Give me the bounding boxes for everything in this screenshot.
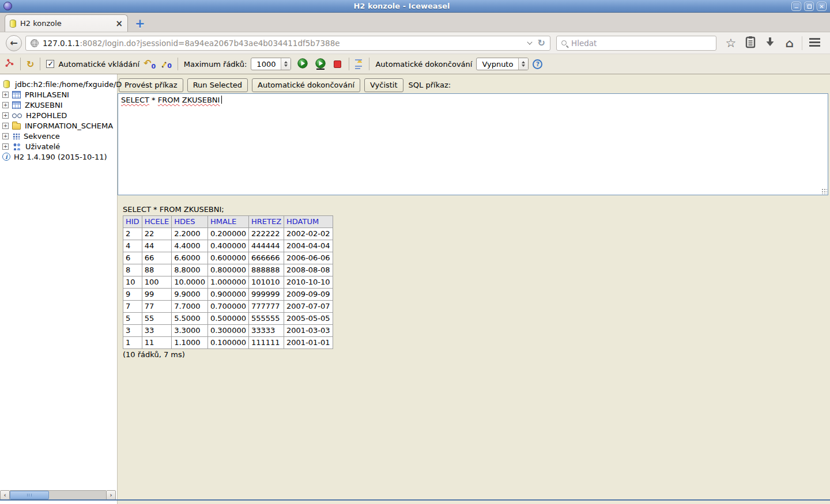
autocomplete-select[interactable]: Vypnuto (476, 58, 529, 70)
column-header-hcele[interactable]: HCELE (142, 216, 172, 228)
expand-icon[interactable]: + (2, 133, 9, 139)
tree-item-connection[interactable]: jdbc:h2:file:/home/fxguide/D (3, 79, 117, 89)
window-titlebar[interactable]: H2 konzole - Iceweasel ─ ✕ (0, 0, 830, 13)
sql-textarea[interactable]: SELECT * FROM ZKUSEBNI (118, 93, 828, 195)
tree-item-information-schema[interactable]: +INFORMATION_SCHEMA (2, 120, 117, 131)
table-row[interactable]: 5555.50000.5000005555552005-05-05 (123, 313, 333, 325)
run-command-button[interactable]: Provést příkaz (119, 78, 183, 92)
run-selected-button[interactable]: Run Selected (187, 78, 248, 92)
table-cell: 3.3000 (172, 325, 208, 337)
column-header-hdatum[interactable]: HDATUM (284, 216, 333, 228)
resize-grip-icon[interactable] (821, 188, 827, 194)
table-cell: 99 (142, 289, 172, 301)
spinner-arrows-icon[interactable] (281, 58, 290, 70)
table-cell: 999999 (248, 289, 284, 301)
close-window-button[interactable]: ✕ (817, 2, 827, 11)
downloads-icon[interactable] (760, 36, 780, 50)
scrollbar-thumb[interactable] (10, 491, 49, 499)
menu-icon[interactable] (805, 38, 824, 48)
refresh-icon[interactable]: ↻ (27, 59, 34, 70)
site-globe-icon[interactable] (31, 39, 39, 47)
scroll-left-icon[interactable] (0, 490, 10, 500)
spinner-arrows-icon[interactable] (518, 58, 528, 70)
expand-icon[interactable]: + (2, 112, 9, 119)
tree-item-h2pohled[interactable]: +H2POHLED (2, 110, 117, 120)
back-button[interactable] (6, 35, 22, 51)
table-cell: 0.900000 (207, 289, 248, 301)
result-status-text: (10 řádků, 7 ms) (123, 350, 830, 359)
table-cell: 666666 (248, 252, 284, 264)
table-cell: 7 (123, 301, 142, 313)
table-cell: 0.700000 (207, 301, 248, 313)
reload-icon[interactable] (538, 37, 545, 48)
table-cell: 6.6000 (172, 252, 208, 264)
scroll-right-icon[interactable] (106, 490, 116, 500)
table-row[interactable]: 6666.60000.6000006666662006-06-06 (123, 252, 333, 264)
search-icon[interactable] (561, 40, 567, 46)
url-dropdown-chevron-icon[interactable] (527, 39, 532, 44)
url-bar[interactable]: 127.0.1.1:8082/login.do?jsessionid=8a94e… (25, 36, 550, 51)
expand-icon[interactable]: + (2, 143, 9, 150)
table-cell: 66 (142, 252, 172, 264)
expand-icon[interactable]: + (2, 92, 9, 98)
column-header-hretez[interactable]: HRETEZ (248, 216, 284, 228)
commit-icon[interactable] (355, 59, 363, 69)
table-row[interactable]: 9999.90000.9000009999992009-09-09 (123, 289, 333, 301)
column-header-hmale[interactable]: HMALE (207, 216, 248, 228)
tree-item-zkusebni[interactable]: +ZKUSEBNI (2, 100, 117, 110)
table-cell: 0.500000 (207, 313, 248, 325)
h2-version-label: H2 1.4.190 (2015-10-11) (14, 153, 107, 161)
table-row[interactable]: 8888.80000.8000008888882008-08-08 (123, 264, 333, 276)
run-selected-icon[interactable] (315, 58, 326, 70)
url-text[interactable]: 127.0.1.1:8082/login.do?jsessionid=8a94e… (43, 39, 524, 48)
table-row[interactable]: 1010010.00001.0000001010102010-10-10 (123, 276, 333, 289)
home-icon[interactable] (780, 36, 799, 50)
tab-close-icon[interactable] (115, 18, 123, 29)
tree-item-prihlaseni[interactable]: +PRIHLASENI (2, 89, 117, 100)
table-row[interactable]: 4444.40000.4000004444442004-04-04 (123, 240, 333, 252)
maximize-button[interactable] (804, 2, 814, 11)
table-cell: 33333 (248, 325, 284, 337)
table-cell: 2008-08-08 (284, 264, 333, 276)
stop-icon[interactable] (334, 60, 341, 68)
autocomplete-button[interactable]: Automatické dokončování (252, 78, 360, 92)
edit-history-icon[interactable]: 0 (161, 59, 172, 70)
table-icon (12, 101, 21, 109)
table-cell: 0.200000 (207, 228, 248, 240)
results-panel: SELECT * FROM ZKUSEBNI; HIDHCELEHDESHMAL… (118, 195, 830, 359)
table-cell: 4 (123, 240, 142, 252)
run-icon[interactable] (297, 58, 308, 70)
table-row[interactable]: 7777.70000.7000007777772007-07-07 (123, 301, 333, 313)
column-header-hid[interactable]: HID (123, 216, 142, 228)
table-cell: 9 (123, 289, 142, 301)
table-cell: 2002-02-02 (284, 228, 333, 240)
column-header-hdes[interactable]: HDES (172, 216, 208, 228)
table-cell: 1.1000 (172, 337, 208, 349)
search-input[interactable]: Hledat (556, 36, 716, 51)
tab-h2-konzole[interactable]: H2 konzole (5, 14, 128, 32)
disconnect-icon[interactable] (5, 58, 14, 70)
table-row[interactable]: 3333.30000.300000333332001-03-03 (123, 325, 333, 337)
table-row[interactable]: 2222.20000.2000002222222002-02-02 (123, 228, 333, 240)
new-tab-button[interactable] (135, 18, 145, 29)
scrollbar-track[interactable] (10, 490, 106, 500)
expand-icon[interactable]: + (2, 123, 9, 129)
bookmark-star-icon[interactable] (721, 36, 741, 50)
bookmarks-list-icon[interactable] (741, 36, 760, 50)
autocommit-checkbox[interactable] (46, 60, 54, 68)
expand-icon[interactable]: + (2, 102, 9, 108)
table-row[interactable]: 1111.10000.1000001111112001-01-01 (123, 337, 333, 349)
table-cell: 0.300000 (207, 325, 248, 337)
table-cell: 2006-06-06 (284, 252, 333, 264)
tree-item-sekvence[interactable]: +Sekvence (2, 131, 117, 141)
clear-button[interactable]: Vyčistit (364, 78, 403, 92)
max-rows-value: 1000 (251, 60, 281, 69)
tree-item-uzivatele[interactable]: +Uživatelé (2, 141, 117, 151)
tree-item-version[interactable]: H2 1.4.190 (2015-10-11) (2, 151, 117, 162)
max-rows-select[interactable]: 1000 (251, 58, 291, 70)
table-cell: 77 (142, 301, 172, 313)
sidebar-horizontal-scrollbar[interactable] (0, 490, 116, 500)
help-icon[interactable] (533, 59, 542, 69)
minimize-button[interactable]: ─ (791, 2, 801, 11)
undo-icon[interactable]: ↶0 (144, 58, 156, 70)
